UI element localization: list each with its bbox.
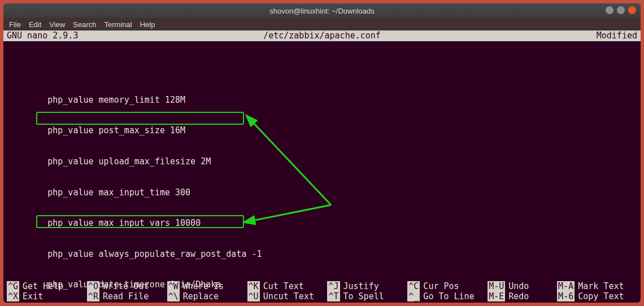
code-line: php_value max_input_vars 10000	[7, 218, 637, 228]
menu-help[interactable]: Help	[140, 20, 155, 29]
window-title: shovon@linuxhint: ~/Downloads	[269, 7, 375, 15]
shortcut-get-help[interactable]: ^GGet Help	[7, 281, 87, 291]
nano-filepath: /etc/zabbix/apache.conf	[263, 30, 381, 41]
close-icon[interactable]	[628, 6, 636, 14]
window-titlebar: shovon@linuxhint: ~/Downloads	[3, 3, 641, 18]
shortcut-mark-text[interactable]: M-AMark Text	[557, 281, 637, 291]
editor-body[interactable]: php_value memory_limit 128M php_value po…	[3, 41, 641, 278]
shortcut-exit[interactable]: ^XExit	[7, 291, 87, 301]
code-line: php_value max_input_time 300	[7, 187, 637, 198]
shortcut-undo[interactable]: M-UUndo	[488, 281, 557, 291]
code-line: php_value post_max_size 16M	[7, 125, 637, 135]
nano-app-version: GNU nano 2.9.3	[7, 30, 78, 41]
shortcut-go-to-line[interactable]: ^_Go To Line	[407, 291, 488, 301]
shortcut-row: ^XExit ^RRead File ^\Replace ^UUncut Tex…	[7, 291, 637, 301]
menu-file[interactable]: File	[9, 20, 21, 29]
shortcut-uncut-text[interactable]: ^UUncut Text	[247, 291, 328, 301]
code-line: php_value memory_limit 128M	[7, 95, 637, 105]
maximize-icon[interactable]	[617, 6, 625, 14]
menu-view[interactable]: View	[49, 20, 65, 29]
shortcut-row: ^GGet Help ^OWrite Out ^WWhere Is ^KCut …	[7, 281, 637, 291]
annotation-highlight-box	[36, 112, 244, 125]
shortcut-replace[interactable]: ^\Replace	[167, 291, 247, 301]
window-controls	[606, 6, 636, 14]
shortcut-read-file[interactable]: ^RRead File	[87, 291, 167, 301]
terminal-window: shovon@linuxhint: ~/Downloads File Edit …	[3, 3, 641, 303]
code-line: php_value always_populate_raw_post_data …	[7, 249, 637, 259]
code-line: php_value upload_max_filesize 2M	[7, 156, 637, 167]
shortcut-where-is[interactable]: ^WWhere Is	[167, 281, 247, 291]
menu-terminal[interactable]: Terminal	[105, 20, 132, 29]
shortcut-copy-text[interactable]: M-6Copy Text	[557, 291, 637, 301]
nano-shortcut-bar: ^GGet Help ^OWrite Out ^WWhere Is ^KCut …	[3, 281, 641, 303]
menu-edit[interactable]: Edit	[29, 20, 41, 29]
shortcut-write-out[interactable]: ^OWrite Out	[87, 281, 167, 291]
nano-status: Modified	[597, 30, 637, 41]
menubar: File Edit View Search Terminal Help	[3, 18, 641, 30]
shortcut-redo[interactable]: M-ERedo	[488, 291, 557, 301]
shortcut-cur-pos[interactable]: ^CCur Pos	[407, 281, 488, 291]
shortcut-cut-text[interactable]: ^KCut Text	[247, 281, 328, 291]
nano-titlebar: GNU nano 2.9.3 /etc/zabbix/apache.conf M…	[3, 30, 641, 41]
menu-search[interactable]: Search	[73, 20, 96, 29]
shortcut-justify[interactable]: ^JJustify	[327, 281, 407, 291]
minimize-icon[interactable]	[606, 6, 613, 14]
shortcut-to-spell[interactable]: ^TTo Spell	[327, 291, 407, 301]
